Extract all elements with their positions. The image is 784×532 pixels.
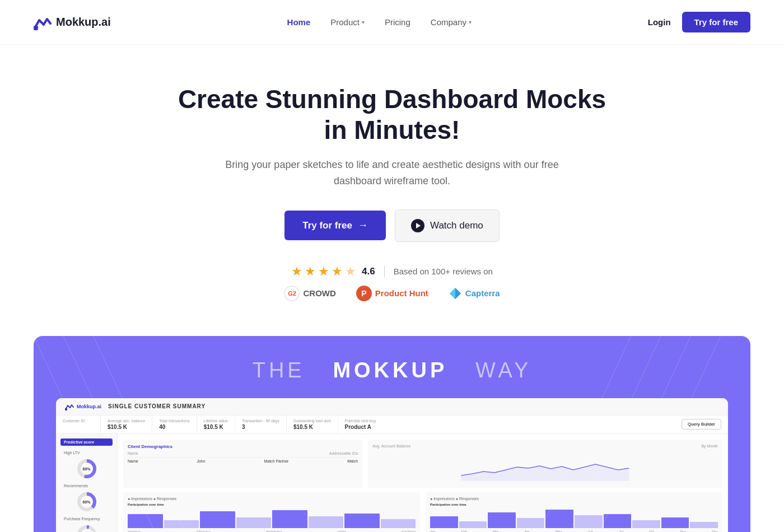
nav-product[interactable]: Product ▾ <box>330 17 365 27</box>
star-3: ★ <box>318 264 329 279</box>
chevron-down-icon: ▾ <box>469 19 472 25</box>
review-platforms: G2 CROWD P Product Hunt Capterra <box>22 286 762 301</box>
arrow-right-icon: → <box>358 220 368 231</box>
g2-icon: G2 <box>284 286 300 301</box>
star-2: ★ <box>305 264 316 279</box>
donut-svg-3 <box>77 525 97 532</box>
producthunt-label: Product Hunt <box>375 288 428 298</box>
demo-title-brand: MOKKUP <box>333 358 447 382</box>
reviews-section: ★ ★ ★ ★ ★ 4.6 Based on 100+ reviews on G… <box>22 264 762 301</box>
demo-section: THE MOKKUP WAY Mokkup.ai SINGLE CUSTOMER… <box>34 336 750 532</box>
producthunt-icon: P <box>356 286 372 301</box>
g2crowd-platform: G2 CROWD <box>284 286 335 301</box>
crowd-label: CROWD <box>303 288 335 298</box>
chevron-down-icon: ▾ <box>362 19 365 25</box>
star-4: ★ <box>332 264 343 279</box>
producthunt-platform: P Product Hunt <box>356 286 428 301</box>
star-rating: ★ ★ ★ ★ ★ 4.6 Based on 100+ reviews on <box>22 264 762 279</box>
logo[interactable]: Mokkup.ai <box>34 15 111 30</box>
logo-text: Mokkup.ai <box>56 16 111 29</box>
navbar: Mokkup.ai Home Product ▾ Pricing Company… <box>0 0 784 45</box>
hero-title: Create Stunning Dashboard Mocks in Minut… <box>168 84 616 146</box>
nav-home[interactable]: Home <box>287 17 311 27</box>
rating-score: 4.6 <box>362 266 375 277</box>
star-1: ★ <box>291 264 302 279</box>
demo-title-suffix: WAY <box>475 358 531 382</box>
play-icon <box>411 219 424 232</box>
nav-company[interactable]: Company ▾ <box>431 17 472 27</box>
hero-buttons: Try for free → Watch demo <box>22 209 762 242</box>
capterra-label: Capterra <box>465 288 500 298</box>
star-half: ★ <box>345 264 356 279</box>
logo-icon <box>34 15 52 30</box>
hero-subtitle: Bring your paper sketches to life and cr… <box>224 157 560 189</box>
nav-actions: Login Try for free <box>648 12 750 32</box>
capterra-icon <box>449 287 462 300</box>
nav-links: Home Product ▾ Pricing Company ▾ <box>287 17 472 27</box>
nav-pricing[interactable]: Pricing <box>385 17 410 27</box>
try-for-free-button[interactable]: Try for free → <box>284 211 386 240</box>
demo-title-prefix: THE <box>253 358 305 382</box>
capterra-platform: Capterra <box>449 287 500 300</box>
login-button[interactable]: Login <box>648 17 671 27</box>
rating-text: Based on 100+ reviews on <box>394 267 493 276</box>
svg-rect-0 <box>34 26 38 30</box>
divider <box>384 266 385 277</box>
hero-section: Create Stunning Dashboard Mocks in Minut… <box>0 45 784 336</box>
demo-section-title: THE MOKKUP WAY <box>56 358 728 382</box>
nav-cta-button[interactable]: Try for free <box>682 12 750 32</box>
watch-demo-button[interactable]: Watch demo <box>395 209 500 242</box>
